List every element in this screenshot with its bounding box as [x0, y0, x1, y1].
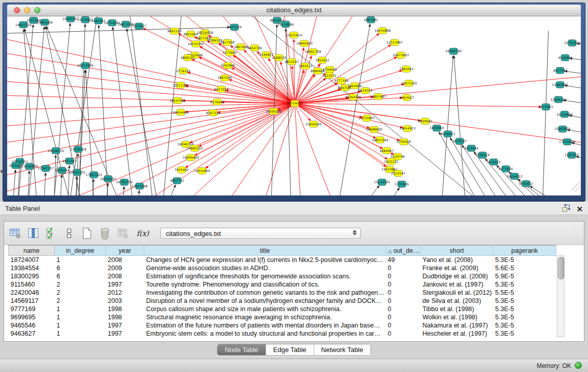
network-canvas[interactable]: 1872400718300295159581458601123891295418…: [7, 16, 581, 195]
table-cell[interactable]: 1: [55, 321, 106, 330]
table-cell[interactable]: 6: [55, 272, 106, 280]
table-cell[interactable]: 2: [55, 289, 106, 297]
table-cell[interactable]: Franke et al. (2009): [421, 264, 493, 272]
table-cell[interactable]: Stergiakouli et al. (2012): [421, 289, 493, 297]
table-cell[interactable]: 0: [386, 280, 421, 289]
table-mode-icon[interactable]: [9, 227, 22, 240]
table-cell[interactable]: 5.3E-5: [493, 330, 556, 338]
table-cell[interactable]: 5.3E-5: [493, 297, 556, 305]
table-cell[interactable]: Investigating the contribution of common…: [144, 289, 386, 297]
row-height-icon[interactable]: [62, 227, 76, 240]
table-cell[interactable]: Estimation of significance thresholds fo…: [144, 272, 386, 280]
column-header-pagerank[interactable]: pagerank: [493, 246, 556, 256]
table-cell[interactable]: 0: [386, 321, 421, 330]
table-cell[interactable]: 2009: [106, 264, 144, 272]
table-cell[interactable]: Disruption of a novel member of a sodium…: [144, 297, 386, 305]
table-cell[interactable]: 6: [55, 264, 106, 272]
table-cell[interactable]: 0: [386, 330, 421, 338]
table-cell[interactable]: 5.3E-5: [493, 321, 556, 330]
column-checks-icon[interactable]: [45, 227, 58, 240]
table-cell[interactable]: Wolkin et al. (1998): [421, 313, 493, 321]
column-visibility-icon[interactable]: [27, 227, 40, 240]
table-cell[interactable]: 18724007: [9, 256, 55, 265]
table-cell[interactable]: Hescheler et al. (1997): [421, 330, 493, 338]
table-row[interactable]: 969969511998Structural magnetic resonanc…: [9, 313, 556, 321]
network-canvas-area[interactable]: 1872400718300295159581458601123891295418…: [7, 16, 581, 195]
column-header-in_degree[interactable]: in_degree: [55, 246, 106, 256]
table-cell[interactable]: 0: [386, 297, 421, 305]
table-cell[interactable]: 5.3E-5: [493, 313, 556, 321]
left-splitter-handle[interactable]: [0, 169, 3, 174]
table-cell[interactable]: Jankovic et al. (1997): [421, 280, 493, 289]
table-cell[interactable]: Tourette syndrome. Phenomenology and cla…: [144, 280, 386, 289]
table-cell[interactable]: 19384554: [9, 264, 55, 272]
table-cell[interactable]: 1: [55, 313, 106, 321]
tab-node-table[interactable]: Node Table: [217, 344, 266, 355]
table-cell[interactable]: 2: [55, 297, 106, 305]
table-cell[interactable]: 0: [386, 313, 421, 321]
table-cell[interactable]: 0: [386, 264, 421, 272]
table-cell[interactable]: 0: [386, 272, 421, 280]
table-cell[interactable]: 22420046: [9, 289, 55, 297]
table-cell[interactable]: Embryonic stem cells: a model to study s…: [144, 330, 386, 338]
new-column-icon[interactable]: [80, 227, 94, 240]
memory-ok-icon[interactable]: [575, 362, 582, 369]
table-row[interactable]: 1456911722003Disruption of a novel membe…: [9, 297, 556, 305]
table-cell[interactable]: 5.5E-5: [493, 289, 556, 297]
table-cell[interactable]: 49: [386, 256, 421, 265]
table-cell[interactable]: Tibbo et al. (1998): [421, 305, 493, 313]
table-cell[interactable]: 5.3E-5: [493, 256, 556, 265]
table-cell[interactable]: 1: [55, 256, 106, 265]
table-cell[interactable]: de Silva et al. (2003): [421, 297, 493, 305]
table-cell[interactable]: 5.9E-5: [493, 272, 556, 280]
table-cell[interactable]: Yano et al. (2008): [421, 256, 493, 265]
table-cell[interactable]: 1998: [106, 313, 144, 321]
table-cell[interactable]: 1: [55, 330, 106, 338]
table-cell[interactable]: Estimation of the future numbers of pati…: [144, 321, 386, 330]
table-row[interactable]: 977716911998Corpus callosum shape and si…: [9, 305, 556, 313]
column-header-year[interactable]: year: [106, 246, 144, 256]
table-cell[interactable]: 0: [386, 305, 421, 313]
table-cell[interactable]: 1997: [106, 321, 144, 330]
table-row[interactable]: 946362711997Embryonic stem cells: a mode…: [9, 330, 556, 338]
table-scrollbar[interactable]: [557, 255, 564, 337]
table-cell[interactable]: Changes of HCN gene expression and I(f) …: [144, 256, 386, 265]
table-cell[interactable]: 9463627: [9, 330, 55, 338]
table-cell[interactable]: Genome-wide association studies in ADHD.: [144, 264, 386, 272]
table-cell[interactable]: 9699695: [9, 313, 55, 321]
table-cell[interactable]: 1997: [106, 280, 144, 289]
column-header-name[interactable]: name: [9, 246, 55, 256]
network-window-titlebar[interactable]: citations_edges.txt: [7, 5, 581, 16]
table-cell[interactable]: 9115460: [9, 280, 55, 289]
table-cell[interactable]: 5.6E-5: [493, 264, 556, 272]
function-builder-icon[interactable]: f(x): [137, 229, 149, 237]
canvas-resize-grip[interactable]: [571, 182, 581, 191]
table-cell[interactable]: Nakamura et al. (1997): [421, 321, 493, 330]
float-panel-icon[interactable]: [562, 204, 570, 214]
table-cell[interactable]: 0: [386, 289, 421, 297]
column-header-title[interactable]: title: [144, 246, 386, 256]
tab-network-table[interactable]: Network Table: [314, 344, 371, 355]
tab-edge-table[interactable]: Edge Table: [266, 344, 314, 355]
column-header-short[interactable]: short: [421, 246, 493, 256]
table-cell[interactable]: 2003: [106, 297, 144, 305]
table-row[interactable]: 2242004622012Investigating the contribut…: [9, 289, 556, 297]
column-header-out_de[interactable]: △out_de…: [386, 246, 421, 256]
table-row[interactable]: 1872400712008Changes of HCN gene express…: [9, 256, 556, 265]
table-cell[interactable]: Dudbridge et al. (2008): [421, 272, 493, 280]
table-scrollbar-thumb[interactable]: [558, 257, 564, 279]
table-cell[interactable]: 2012: [106, 289, 144, 297]
table-cell[interactable]: 1997: [106, 330, 144, 338]
table-cell[interactable]: Structural magnetic resonance image aver…: [144, 313, 386, 321]
table-row[interactable]: 1938455462009Genome-wide association stu…: [9, 264, 556, 272]
close-panel-icon[interactable]: ✕: [576, 205, 583, 213]
table-cell[interactable]: 9465546: [9, 321, 55, 330]
table-cell[interactable]: Corpus callosum shape and size in male p…: [144, 305, 386, 313]
table-cell[interactable]: 1: [55, 305, 106, 313]
table-cell[interactable]: 1998: [106, 305, 144, 313]
table-cell[interactable]: 5.3E-5: [493, 305, 556, 313]
table-cell[interactable]: 2: [55, 280, 106, 289]
table-cell[interactable]: 2008: [106, 256, 144, 265]
delete-column-icon[interactable]: [98, 227, 112, 240]
table-row[interactable]: 946554611997Estimation of the future num…: [9, 321, 556, 330]
